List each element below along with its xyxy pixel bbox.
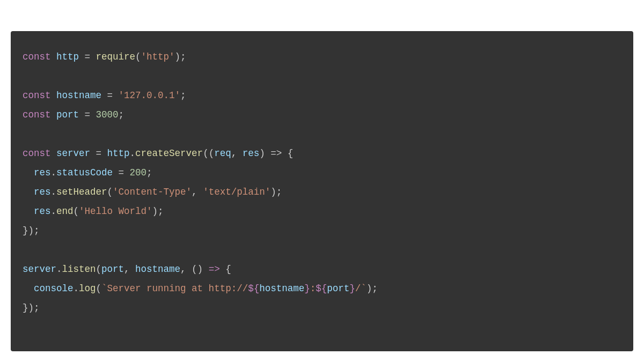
code-line-14: }); xyxy=(23,302,40,313)
code-block: const http = require('http'); const host… xyxy=(11,31,633,351)
code-line-7: res.statusCode = 200; xyxy=(23,167,152,178)
code-line-9: res.end('Hello World'); xyxy=(23,206,164,217)
code-line-8: res.setHeader('Content-Type', 'text/plai… xyxy=(23,187,282,197)
code-line-3: const hostname = '127.0.0.1'; xyxy=(23,90,186,101)
code-line-10: }); xyxy=(23,225,40,236)
code-line-6: const server = http.createServer((req, r… xyxy=(23,148,293,159)
code-line-12: server.listen(port, hostname, () => { xyxy=(23,264,231,275)
code-line-1: const http = require('http'); xyxy=(23,51,186,62)
code-line-13: console.log(`Server running at http://${… xyxy=(23,283,378,294)
code-line-4: const port = 3000; xyxy=(23,109,124,120)
